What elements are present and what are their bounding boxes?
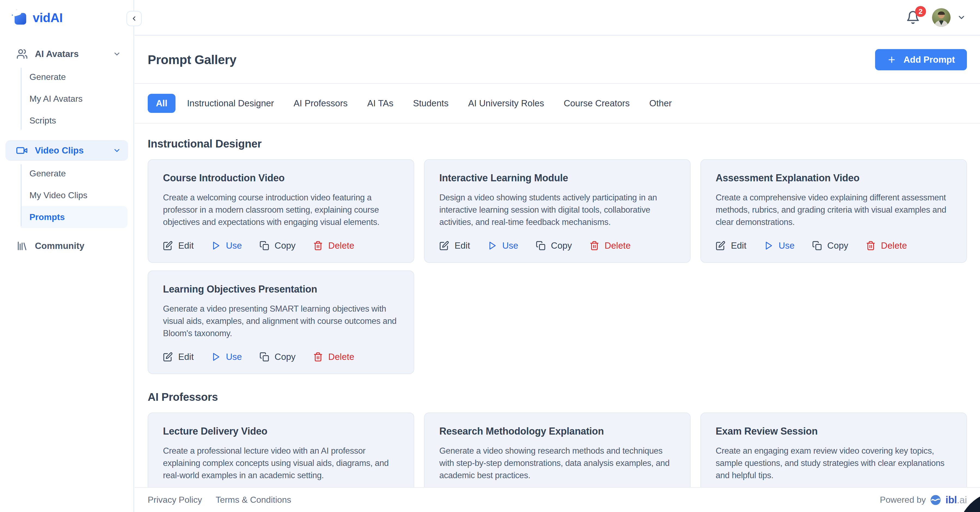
delete-button[interactable]: Delete [313,352,354,362]
brand-logo[interactable]: vidAI [0,0,134,35]
prompt-card-title: Learning Objectives Presentation [163,284,399,295]
chevron-down-icon [957,13,966,22]
notifications-button[interactable]: 2 [906,10,920,24]
sidebar-item-generate-clips[interactable]: Generate [21,163,127,184]
prompt-card-description: Create an engaging exam review video cov… [716,445,951,482]
play-icon [764,241,773,250]
sidebar-item-label: Generate [29,72,66,82]
trash-icon [866,241,876,250]
trash-icon [589,241,599,250]
sidebar-collapse-button[interactable] [126,11,142,26]
terms-conditions-link[interactable]: Terms & Conditions [216,495,291,505]
prompt-card-description: Create a comprehensive video explaining … [716,191,951,228]
prompt-card: Lecture Delivery Video Create a professi… [148,413,414,487]
sidebar-item-label: Community [35,241,84,251]
tab-students[interactable]: Students [405,94,457,113]
action-label: Delete [328,241,354,251]
add-prompt-button[interactable]: Add Prompt [875,49,967,70]
prompt-card: Exam Review Session Create an engaging e… [700,413,967,487]
prompt-card-description: Create a professional lecture video with… [163,445,399,482]
edit-icon [439,241,449,250]
action-label: Use [502,241,519,251]
tab-ai-professors[interactable]: AI Professors [285,94,356,113]
delete-button[interactable]: Delete [589,241,631,251]
edit-button[interactable]: Edit [716,241,746,251]
sidebar-item-scripts[interactable]: Scripts [21,110,127,131]
copy-button[interactable]: Copy [812,241,848,251]
use-button[interactable]: Use [211,241,242,251]
prompt-card-actions: Edit Use Copy Delete [439,241,675,251]
tab-instructional-designer[interactable]: Instructional Designer [179,94,282,113]
powered-by-label: Powered by [880,495,926,505]
action-label: Delete [605,241,631,251]
sidebar-item-label: Prompts [29,212,65,222]
tab-course-creators[interactable]: Course Creators [555,94,638,113]
tab-ai-university-roles[interactable]: AI University Roles [460,94,552,113]
sidebar-item-prompts[interactable]: Prompts [21,206,127,228]
copy-button[interactable]: Copy [259,352,296,362]
sidebar-item-label: Generate [29,169,66,179]
tab-all[interactable]: All [148,94,175,113]
section-heading-ai-professors: AI Professors [148,391,967,403]
action-label: Use [779,241,795,251]
action-label: Edit [455,241,470,251]
footer-links: Privacy Policy Terms & Conditions [148,495,291,505]
edit-icon [716,241,725,250]
prompt-card-description: Generate a video showing research method… [439,445,675,482]
category-tabs: All Instructional Designer AI Professors… [135,84,980,123]
sidebar: vidAI AI Avatars Generate My AI Avatars … [0,0,134,512]
copy-button[interactable]: Copy [536,241,572,251]
copy-icon [259,241,269,250]
avatar [932,8,951,27]
edit-button[interactable]: Edit [163,352,194,362]
brand-name: vidAI [33,10,63,25]
user-menu[interactable] [932,8,966,27]
prompt-card-actions: Edit Use Copy Delete [716,241,951,251]
prompt-card-title: Lecture Delivery Video [163,426,399,437]
edit-button[interactable]: Edit [163,241,194,251]
edit-button[interactable]: Edit [439,241,470,251]
copy-icon [259,352,269,362]
delete-button[interactable]: Delete [313,241,354,251]
card-grid-instructional-designer: Course Introduction Video Create a welco… [148,159,967,374]
footer: Privacy Policy Terms & Conditions Powere… [135,487,980,512]
delete-button[interactable]: Delete [866,241,907,251]
prompt-card: Interactive Learning Module Design a vid… [424,159,690,263]
copy-button[interactable]: Copy [259,241,296,251]
action-label: Edit [178,352,194,362]
sidebar-item-label: Video Clips [35,145,84,156]
privacy-policy-link[interactable]: Privacy Policy [148,495,202,505]
use-button[interactable]: Use [211,352,242,362]
ai-avatars-sublist: Generate My AI Avatars Scripts [21,66,127,131]
tab-ai-tas[interactable]: AI TAs [359,94,401,113]
prompt-card-title: Interactive Learning Module [439,172,675,184]
sidebar-item-community[interactable]: Community [5,236,128,256]
powered-by: Powered by ibl .ai [880,494,967,506]
use-button[interactable]: Use [764,241,795,251]
section-heading-instructional-designer: Instructional Designer [148,138,967,150]
library-icon [16,240,28,252]
play-icon [488,241,497,250]
prompt-card: Research Methodology Explanation Generat… [424,413,690,487]
page-header: Prompt Gallery Add Prompt [135,36,980,84]
chevron-left-icon [130,15,138,22]
sidebar-item-ai-avatars[interactable]: AI Avatars [5,44,128,64]
user-photo [932,8,951,27]
action-label: Copy [827,241,848,251]
app-root: { "brand": { "name": "vidAI" }, "topbar"… [0,0,980,512]
prompt-card-title: Assessment Explanation Video [716,172,951,184]
tab-other[interactable]: Other [641,94,680,113]
sidebar-item-my-video-clips[interactable]: My Video Clips [21,184,127,206]
ibl-logo-suffix: .ai [957,494,967,506]
sidebar-item-my-ai-avatars[interactable]: My AI Avatars [21,88,127,110]
sidebar-item-generate-avatars[interactable]: Generate [21,66,127,88]
ibl-wordmark[interactable]: ibl .ai [945,494,967,506]
sidebar-item-label: My Video Clips [29,190,88,200]
sidebar-item-label: AI Avatars [35,49,79,59]
main-content: Prompt Gallery Add Prompt All Instructio… [135,36,980,487]
use-button[interactable]: Use [488,241,519,251]
ibl-logo-text: ibl [945,494,957,506]
prompt-card-title: Exam Review Session [716,426,951,437]
trash-icon [313,352,323,362]
sidebar-item-video-clips[interactable]: Video Clips [5,140,128,161]
